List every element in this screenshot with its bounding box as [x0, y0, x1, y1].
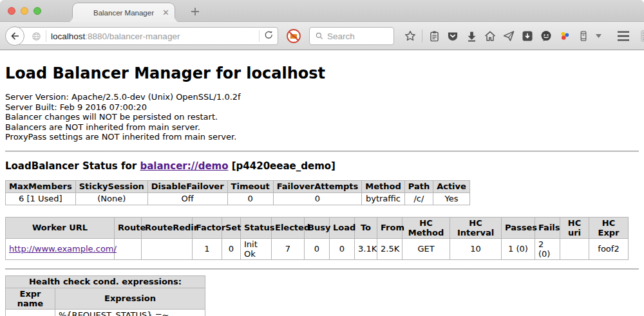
cell-path: /c/: [404, 192, 433, 205]
worker-table: Worker URL Route RouteRedir Factor Set S…: [5, 217, 629, 260]
cell-disablefailover: Off: [147, 192, 227, 205]
cell-expression: %{REQUEST_STATUS} =~ /^[234]/: [55, 309, 205, 316]
new-tab-button[interactable]: [188, 5, 202, 19]
bookmark-star-icon[interactable]: [403, 29, 417, 43]
navigation-toolbar: localhost:8880/balancer-manager: [0, 22, 644, 50]
col-failoverattempts: FailoverAttempts: [273, 180, 362, 192]
search-bar[interactable]: Search: [309, 27, 394, 45]
col-from: From: [377, 217, 402, 238]
color-dots-icon[interactable]: [558, 29, 572, 43]
pocket-icon[interactable]: [446, 29, 460, 43]
url-text[interactable]: localhost:8880/balancer-manager: [51, 32, 254, 41]
balancer-settings-table: MaxMembers StickySession DisableFailover…: [5, 180, 470, 205]
cell-timeout: 0: [227, 192, 273, 205]
home-icon[interactable]: [483, 29, 497, 43]
urlbar-divider: [46, 30, 46, 42]
status-heading-prefix: LoadBalancer Status for: [5, 160, 140, 172]
minimize-window-button[interactable]: [21, 7, 28, 15]
tab-title: Balancer Manager: [93, 9, 154, 17]
toolbar-divider: [422, 30, 422, 42]
col-disablefailover: DisableFailover: [147, 180, 227, 192]
server-built-line: Server Built: Feb 9 2016 07:00:20: [5, 102, 639, 113]
tab-close-icon[interactable]: ✕: [162, 8, 169, 17]
traffic-lights: [8, 7, 41, 15]
chevron-down-icon[interactable]: [595, 29, 601, 43]
hamburger-menu-icon[interactable]: [616, 29, 630, 43]
cell-stickysession: (None): [75, 192, 147, 205]
globe-icon: [32, 32, 41, 41]
tab-bar: Balancer Manager ✕: [0, 0, 644, 22]
col-worker-url: Worker URL: [6, 217, 115, 238]
table-header-row: MaxMembers StickySession DisableFailover…: [6, 180, 470, 192]
col-busy: Busy: [305, 217, 330, 238]
worker-row: http://www.example.com/ 1 0 Init Ok 7 0 …: [6, 238, 629, 259]
col-status: Status: [241, 217, 272, 238]
cell-hc-method: GET: [402, 238, 450, 259]
inherit-notice-line: Balancers are NOT inherited from main se…: [5, 122, 639, 133]
persist-notice-line: Balancer changes will NOT be persisted o…: [5, 112, 639, 122]
reload-button[interactable]: [264, 30, 274, 42]
col-hc-uri: HC uri: [560, 217, 589, 238]
cell-from: 2.5K: [377, 238, 402, 259]
cell-route: [115, 238, 142, 259]
col-routeredir: RouteRedir: [142, 217, 193, 238]
table-row: foof %{REQUEST_STATUS} =~ /^[234]/: [6, 309, 205, 316]
back-button[interactable]: [5, 26, 24, 46]
col-elected: Elected: [272, 217, 305, 238]
plus-icon: [191, 7, 200, 16]
divider-rule: [5, 151, 639, 152]
col-hc-interval: HC Interval: [450, 217, 502, 238]
table-row: 6 [1 Used] (None) Off 0 0 bytraffic /c/ …: [6, 192, 470, 205]
cell-worker-url: http://www.example.com/: [6, 238, 115, 259]
col-hc-expr: HC Expr: [589, 217, 629, 238]
send-page-icon[interactable]: [502, 29, 516, 43]
back-arrow-icon: [10, 31, 20, 41]
url-host: localhost: [51, 32, 85, 41]
browser-tab[interactable]: Balancer Manager ✕: [72, 3, 175, 23]
cell-active: Yes: [433, 192, 470, 205]
col-stickysession: StickySession: [75, 180, 147, 192]
worker-url-link[interactable]: http://www.example.com/: [9, 244, 117, 254]
zoom-window-button[interactable]: [33, 7, 41, 15]
chat-smiley-icon[interactable]: [539, 29, 553, 43]
proxypass-notice-line: ProxyPass settings are NOT inherited fro…: [5, 132, 639, 142]
image-blocker-icon[interactable]: [286, 28, 301, 44]
reload-icon: [264, 30, 274, 40]
bookmarks-clipboard-icon[interactable]: [427, 29, 441, 43]
cell-status: Init Ok: [241, 238, 272, 259]
container-icon[interactable]: [576, 29, 591, 43]
col-to: To: [355, 217, 377, 238]
col-maxmembers: MaxMembers: [6, 180, 76, 192]
loadbalancer-status-heading: LoadBalancer Status for balancer://demo …: [5, 160, 639, 172]
col-route: Route: [115, 217, 142, 238]
col-fails: Fails: [535, 217, 560, 238]
cell-to: 3.1K: [355, 238, 377, 259]
cell-fails: 2 (0): [535, 238, 560, 259]
url-bar[interactable]: localhost:8880/balancer-manager: [14, 27, 278, 45]
col-timeout: Timeout: [227, 180, 273, 192]
browser-window: Balancer Manager ✕ localhost:8880/balanc…: [0, 0, 644, 316]
grid-addon-icon[interactable]: [640, 29, 644, 43]
cell-set: 0: [222, 238, 241, 259]
table-header-row: Worker URL Route RouteRedir Factor Set S…: [6, 217, 629, 238]
col-active: Active: [433, 180, 470, 192]
page-title: Load Balancer Manager for localhost: [5, 64, 639, 82]
divider-rule: [5, 268, 639, 270]
cell-factor: 1: [193, 238, 222, 259]
server-version-line: Server Version: Apache/2.5.0-dev (Unix) …: [5, 92, 639, 102]
search-icon: [315, 32, 324, 41]
square-download-icon[interactable]: [520, 29, 535, 43]
downloads-icon[interactable]: [464, 29, 478, 43]
col-passes: Passes: [502, 217, 535, 238]
balancer-demo-link[interactable]: balancer://demo: [140, 160, 228, 172]
cell-failoverattempts: 0: [273, 192, 362, 205]
col-method: Method: [362, 180, 404, 192]
page-content: Load Balancer Manager for localhost Serv…: [0, 50, 644, 316]
col-expression: Expression: [55, 288, 205, 309]
col-factor: Factor: [193, 217, 222, 238]
close-window-button[interactable]: [8, 7, 15, 15]
search-placeholder: Search: [327, 32, 355, 41]
toolbar-icon-row: [403, 27, 644, 45]
cell-elected: 7: [272, 238, 305, 259]
health-check-table: Health check cond. expressions: Expr nam…: [5, 275, 205, 316]
